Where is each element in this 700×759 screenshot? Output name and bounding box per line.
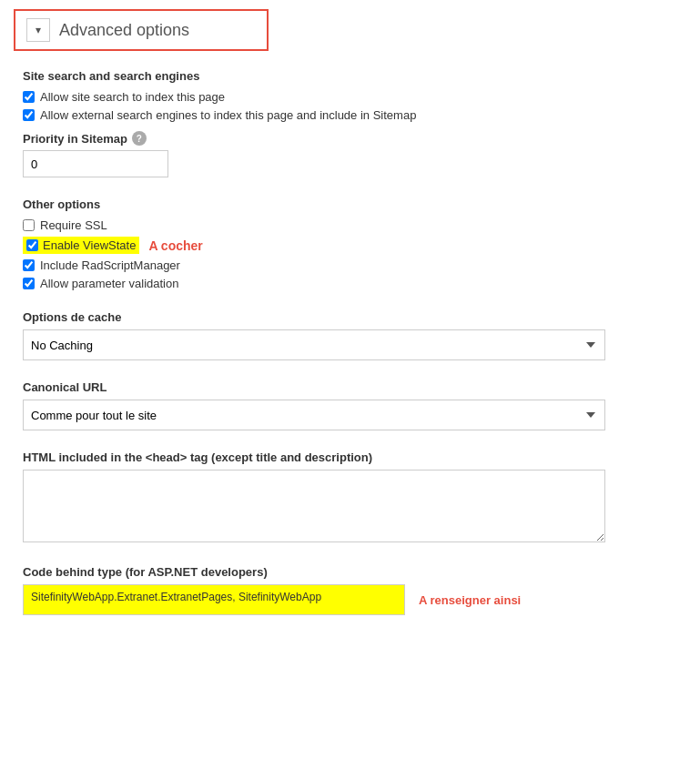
site-search-title: Site search and search engines [23,69,686,83]
cache-options-section: Options de cache No Caching [14,310,686,360]
other-options-title: Other options [23,197,686,211]
code-behind-section: Code behind type (for ASP.NET developers… [14,565,686,615]
require-ssl-checkbox[interactable] [23,219,35,231]
help-icon[interactable]: ? [132,131,147,146]
cache-options-select[interactable]: No Caching [23,329,605,360]
advanced-options-header[interactable]: ▾ Advanced options [14,9,269,51]
code-behind-value: SitefinityWebApp.Extranet.ExtranetPages,… [23,584,405,615]
cache-options-title: Options de cache [23,310,686,324]
enable-viewstate-checkbox[interactable] [26,239,38,251]
canonical-url-select[interactable]: Comme pour tout le site [23,400,605,430]
enable-viewstate-row: Enable ViewState A cocher [23,237,686,254]
code-behind-title: Code behind type (for ASP.NET developers… [23,565,686,579]
allow-site-search-checkbox[interactable] [23,91,35,103]
chevron-down-icon[interactable]: ▾ [26,18,50,42]
allow-external-search-checkbox[interactable] [23,109,35,121]
a-cocher-annotation: A cocher [148,238,202,253]
priority-label: Priority in Sitemap ? [23,131,686,146]
include-radscript-row: Include RadScriptManager [23,258,686,272]
allow-site-search-label: Allow site search to index this page [40,90,225,104]
canonical-url-title: Canonical URL [23,380,686,394]
allow-param-row: Allow parameter validation [23,277,686,290]
a-renseigner-annotation: A renseigner ainsi [419,593,521,607]
html-head-title: HTML included in the <head> tag (except … [23,450,686,464]
require-ssl-row: Require SSL [23,218,686,232]
include-radscript-label: Include RadScriptManager [40,258,180,272]
priority-input[interactable] [23,150,168,177]
other-options-section: Other options Require SSL Enable ViewSta… [14,197,686,290]
allow-param-checkbox[interactable] [23,278,35,289]
allow-site-search-row: Allow site search to index this page [23,90,686,104]
allow-param-label: Allow parameter validation [40,277,178,290]
html-head-textarea[interactable] [23,470,605,542]
canonical-url-section: Canonical URL Comme pour tout le site [14,380,686,430]
include-radscript-checkbox[interactable] [23,259,35,271]
enable-viewstate-label: Enable ViewState [43,238,136,252]
allow-external-search-label: Allow external search engines to index t… [40,108,416,122]
require-ssl-label: Require SSL [40,218,107,232]
code-behind-row: SitefinityWebApp.Extranet.ExtranetPages,… [23,584,686,615]
site-search-section: Site search and search engines Allow sit… [14,69,686,177]
allow-external-search-row: Allow external search engines to index t… [23,108,686,122]
html-head-section: HTML included in the <head> tag (except … [14,450,686,545]
enable-viewstate-highlight: Enable ViewState [23,237,139,254]
advanced-options-title: Advanced options [59,21,189,40]
